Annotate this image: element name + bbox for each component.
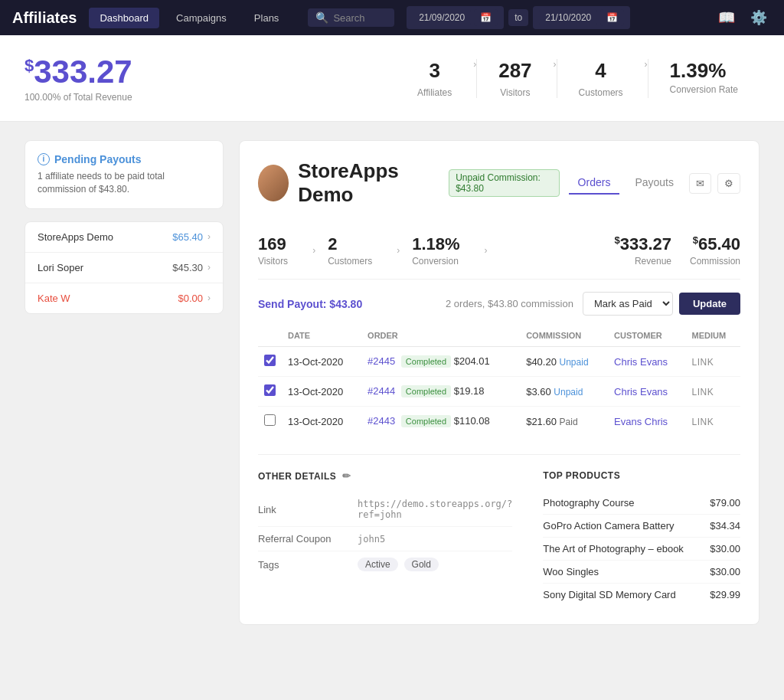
left-panel: i Pending Payouts 1 affiliate needs to b…	[24, 140, 224, 625]
row-order: #2443 Completed $110.08	[361, 407, 520, 437]
calendar-icon: 📅	[474, 9, 498, 26]
affiliate-name: StoreApps Demo	[38, 231, 172, 243]
tag-gold[interactable]: Gold	[404, 558, 439, 571]
arrow-icon-2: ›	[397, 245, 400, 256]
total-revenue: $333.27 100.00% of Total Revenue	[24, 54, 132, 103]
th-order: ORDER	[361, 325, 520, 347]
edit-icon[interactable]: ✏	[342, 470, 351, 482]
search-input[interactable]	[333, 12, 387, 24]
mark-paid-select[interactable]: Mark as Paid	[583, 292, 673, 316]
stat-visitors[interactable]: 287 Visitors	[476, 59, 553, 98]
email-icon[interactable]: ✉	[689, 173, 711, 194]
currency-symbol: $	[24, 56, 34, 75]
detail-tabs: Orders Payouts ✉ ⚙	[569, 172, 740, 195]
product-row: The Art of Photography – ebook $30.00	[543, 538, 740, 561]
stat-affiliates[interactable]: 3 Affiliates	[396, 59, 473, 98]
row-order: #2445 Completed $204.01	[361, 347, 520, 377]
affiliate-amount: $65.40	[172, 231, 203, 243]
list-item[interactable]: StoreApps Demo $65.40 ›	[25, 222, 223, 253]
affiliate-list: StoreApps Demo $65.40 › Lori Soper $45.3…	[24, 221, 224, 314]
product-row: GoPro Action Camera Battery $34.34	[543, 515, 740, 538]
row-medium: LINK	[686, 377, 740, 407]
row-checkbox[interactable]	[258, 347, 282, 377]
row-order: #2444 Completed $19.18	[361, 377, 520, 407]
row-checkbox[interactable]	[258, 377, 282, 407]
tab-orders[interactable]: Orders	[569, 172, 620, 195]
row-commission: $40.20 Unpaid	[520, 347, 608, 377]
detail-link-row: Link https://demo.storeapps.org/?ref=joh…	[258, 492, 512, 527]
nav-dashboard[interactable]: Dashboard	[89, 8, 159, 28]
row-customer: Chris Evans	[608, 347, 686, 377]
other-details-title: OTHER DETAILS ✏	[258, 470, 512, 482]
pending-payouts-box: i Pending Payouts 1 affiliate needs to b…	[24, 140, 224, 209]
date-to[interactable]: 21/10/2020 📅	[533, 6, 630, 29]
brand-logo: Affiliates	[12, 9, 77, 27]
pending-sub: 1 affiliate needs to be paid total commi…	[38, 170, 211, 196]
list-item[interactable]: Kate W $0.00 ›	[25, 283, 223, 313]
date-from[interactable]: 21/09/2020 📅	[407, 6, 504, 29]
product-row: Woo Singles $30.00	[543, 561, 740, 584]
info-icon: i	[38, 153, 50, 165]
tab-payouts[interactable]: Payouts	[626, 172, 683, 195]
date-range: 21/09/2020 📅 to 21/10/2020 📅	[407, 6, 630, 29]
stats-cards: 3 Affiliates › 287 Visitors › 4 Customer…	[396, 59, 760, 98]
th-medium: MEDIUM	[686, 325, 740, 347]
table-row: 13-Oct-2020 #2445 Completed $204.01 $40.…	[258, 347, 740, 377]
update-button[interactable]: Update	[679, 293, 740, 315]
affiliate-name: Lori Soper	[38, 262, 172, 273]
arrow-icon-3: ›	[485, 245, 488, 256]
affiliate-detail-name: StoreApps Demo	[298, 159, 433, 207]
stat-conversion: 1.18% Conversion	[412, 234, 478, 267]
stat-conversion: 1.39% Conversion Rate	[648, 59, 760, 98]
product-row: Photography Course $79.00	[543, 492, 740, 515]
row-date: 13-Oct-2020	[282, 347, 361, 377]
row-date: 13-Oct-2020	[282, 407, 361, 437]
docs-icon[interactable]: 📖	[714, 5, 740, 31]
nav-campaigns[interactable]: Campaigns	[165, 8, 237, 28]
settings-icon-detail[interactable]: ⚙	[717, 173, 740, 194]
orders-info: 2 orders, $43.80 commission	[446, 298, 573, 309]
other-details: OTHER DETAILS ✏ Link https://demo.storea…	[258, 470, 512, 606]
row-medium: LINK	[686, 407, 740, 437]
settings-icon[interactable]: ⚙️	[746, 5, 772, 31]
product-row: Sony Digital SD Memory Card $29.99	[543, 584, 740, 606]
right-panel: StoreApps Demo Unpaid Commission: $43.80…	[239, 140, 760, 625]
avatar	[258, 165, 289, 201]
row-date: 13-Oct-2020	[282, 377, 361, 407]
row-checkbox[interactable]	[258, 407, 282, 437]
main-content: i Pending Payouts 1 affiliate needs to b…	[0, 122, 784, 643]
detail-tags-row: Tags Active Gold	[258, 551, 512, 577]
affiliate-amount: $45.30	[172, 262, 203, 273]
stat-customers[interactable]: 4 Customers	[557, 59, 645, 98]
send-payout-link[interactable]: Send Payout: $43.80	[258, 298, 362, 310]
affiliate-header: StoreApps Demo Unpaid Commission: $43.80…	[258, 159, 740, 207]
tag-active[interactable]: Active	[358, 558, 398, 571]
revenue-sub: 100.00% of Total Revenue	[24, 92, 132, 103]
stat-customers: 2 Customers	[328, 234, 390, 267]
revenue-amount: $333.27	[24, 54, 132, 90]
stats-bar: $333.27 100.00% of Total Revenue 3 Affil…	[0, 35, 784, 122]
chevron-icon: ›	[207, 262, 211, 273]
date-separator: to	[508, 9, 528, 26]
stat-revenue: $333.27 Revenue	[614, 234, 671, 267]
affiliate-name: Kate W	[38, 293, 178, 304]
th-customer: CUSTOMER	[608, 325, 686, 347]
row-commission: $3.60 Unpaid	[520, 377, 608, 407]
top-products: TOP PRODUCTS Photography Course $79.00 G…	[543, 470, 740, 606]
row-customer: Evans Chris	[608, 407, 686, 437]
stat-commission: $65.40 Commission	[690, 234, 740, 267]
details-section: OTHER DETAILS ✏ Link https://demo.storea…	[258, 454, 740, 606]
orders-toolbar: Send Payout: $43.80 2 orders, $43.80 com…	[258, 292, 740, 316]
avatar-image	[258, 165, 289, 201]
list-item[interactable]: Lori Soper $45.30 ›	[25, 253, 223, 283]
affiliate-amount: $0.00	[178, 293, 203, 304]
nav-plans[interactable]: Plans	[243, 8, 290, 28]
pending-title: i Pending Payouts	[38, 153, 211, 165]
th-checkbox	[258, 325, 282, 347]
th-commission: COMMISSION	[520, 325, 608, 347]
unpaid-badge: Unpaid Commission: $43.80	[449, 169, 559, 197]
th-date: DATE	[282, 325, 361, 347]
revenue-commission-stats: $333.27 Revenue $65.40 Commission	[614, 234, 740, 267]
search-icon: 🔍	[315, 11, 328, 24]
stat-visitors: 169 Visitors	[258, 234, 306, 267]
